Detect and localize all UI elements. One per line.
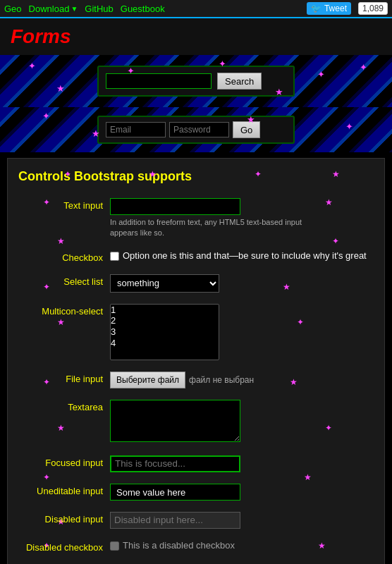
disabled-input-label: Disabled input <box>18 512 110 525</box>
file-input-content: Выберите файл файл не выбран <box>110 372 374 388</box>
main-content: ✦ ★ ✦ ★ Controls Bootstrap supports ✦ ★ … <box>7 158 385 564</box>
file-input-label: File input <box>18 372 110 384</box>
uneditable-input-field: Some value here <box>110 484 240 501</box>
textarea-field[interactable] <box>110 400 240 442</box>
disabled-checkbox-content: This is a disabled checkbox <box>110 540 374 551</box>
star-dec: ✦ <box>360 62 367 73</box>
go-button[interactable]: Go <box>233 121 260 138</box>
checkbox-option-text: Option one is this and that—be sure to i… <box>123 250 367 261</box>
text-input-help: In addition to freeform text, any HTML5 … <box>110 217 314 239</box>
star-dec: ★ <box>56 83 65 94</box>
tweet-button[interactable]: 🐦 Tweet <box>307 2 351 15</box>
checkbox-option-label[interactable]: Option one is this and that—be sure to i… <box>110 250 374 261</box>
select-list-content: something option 2 option 3 <box>110 274 374 293</box>
search-box: Search <box>97 66 295 97</box>
text-input-field[interactable] <box>110 198 240 215</box>
multiselect-label: Multicon-select <box>18 304 110 317</box>
uneditable-input-label: Uneditable input <box>18 484 110 496</box>
page-title: Forms <box>11 25 381 48</box>
textarea-content <box>110 400 374 444</box>
star-dec: ✦ <box>43 472 50 482</box>
textarea-row: Textarea <box>18 400 374 444</box>
star-dec: ✦ <box>42 111 50 121</box>
star-dec: ★ <box>57 236 65 246</box>
text-input-content: In addition to freeform text, any HTML5 … <box>110 198 374 239</box>
star-dec: ★ <box>149 169 157 179</box>
nav-github[interactable]: GitHub <box>85 4 113 14</box>
tweet-count: 1,089 <box>358 2 388 15</box>
tweet-label: Tweet <box>324 4 347 13</box>
star-dec: ✦ <box>255 169 262 179</box>
password-input[interactable] <box>169 122 229 137</box>
select-list-field[interactable]: something option 2 option 3 <box>110 274 219 293</box>
star-dec: ✦ <box>345 121 353 132</box>
disabled-checkbox-label: Disabled checkbox <box>18 540 110 553</box>
disabled-checkbox-text: This is a disabled checkbox <box>123 540 235 551</box>
top-navigation: Geo Download ▼ GitHub Guestbook 🐦 Tweet … <box>0 0 392 18</box>
nav-geo[interactable]: Geo <box>4 4 22 14</box>
search-button[interactable]: Search <box>217 73 262 90</box>
checkbox-content: Option one is this and that—be sure to i… <box>110 250 374 261</box>
text-input-row: Text input In addition to freeform text,… <box>18 198 374 239</box>
file-input-area: Выберите файл файл не выбран <box>110 372 374 388</box>
focused-input-label: Focused input <box>18 455 110 468</box>
multiselect-field[interactable]: 1 2 3 4 <box>110 304 219 360</box>
disabled-input-field <box>110 512 240 529</box>
section-title: Controls Bootstrap supports <box>18 169 374 184</box>
login-section: ✦ ★ ✦ ★ Go <box>0 107 392 152</box>
nav-download[interactable]: Download <box>29 4 70 14</box>
focused-input-field[interactable] <box>110 455 240 472</box>
star-dec: ✦ <box>332 236 339 246</box>
disabled-checkbox-input <box>110 541 119 551</box>
disabled-checkbox-row: Disabled checkbox This is a disabled che… <box>18 540 374 553</box>
search-input[interactable] <box>106 73 212 89</box>
twitter-icon: 🐦 <box>311 4 321 13</box>
nav-guestbook[interactable]: Guestbook <box>121 4 165 14</box>
multiselect-row: Multicon-select 1 2 3 4 <box>18 304 374 360</box>
star-dec: ✦ <box>64 169 71 179</box>
select-list-row: Select list something option 2 option 3 <box>18 274 374 293</box>
search-section: ✦ ✦ ✦ ✦ ★ ★ ✦ Search <box>0 55 392 107</box>
star-dec: ★ <box>304 472 312 482</box>
page-title-area: Forms <box>0 18 392 55</box>
star-dec: ✦ <box>317 69 325 80</box>
disabled-input-row: Disabled input <box>18 512 374 529</box>
multiselect-content: 1 2 3 4 <box>110 304 374 360</box>
focused-input-content <box>110 455 374 472</box>
nav-download-container: Download ▼ <box>29 4 78 14</box>
star-dec: ★ <box>332 169 340 179</box>
focused-input-row: Focused input <box>18 455 374 472</box>
file-choose-button[interactable]: Выберите файл <box>110 372 185 388</box>
uneditable-input-row: Uneditable input Some value here <box>18 484 374 501</box>
disabled-checkbox-option-label: This is a disabled checkbox <box>110 540 374 551</box>
disabled-input-content <box>110 512 374 529</box>
text-input-label: Text input <box>18 198 110 211</box>
checkbox-input[interactable] <box>110 252 119 261</box>
email-input[interactable] <box>106 122 166 137</box>
login-box: Go <box>97 116 295 144</box>
select-list-label: Select list <box>18 274 110 287</box>
file-input-row: File input Выберите файл файл не выбран <box>18 372 374 388</box>
checkbox-label: Checkbox <box>18 250 110 263</box>
star-dec: ✦ <box>28 61 36 71</box>
checkbox-row: Checkbox Option one is this and that—be … <box>18 250 374 263</box>
uneditable-input-content: Some value here <box>110 484 374 501</box>
file-no-selected-text: файл не выбран <box>189 375 254 385</box>
textarea-label: Textarea <box>18 400 110 412</box>
download-arrow-icon: ▼ <box>71 5 78 13</box>
